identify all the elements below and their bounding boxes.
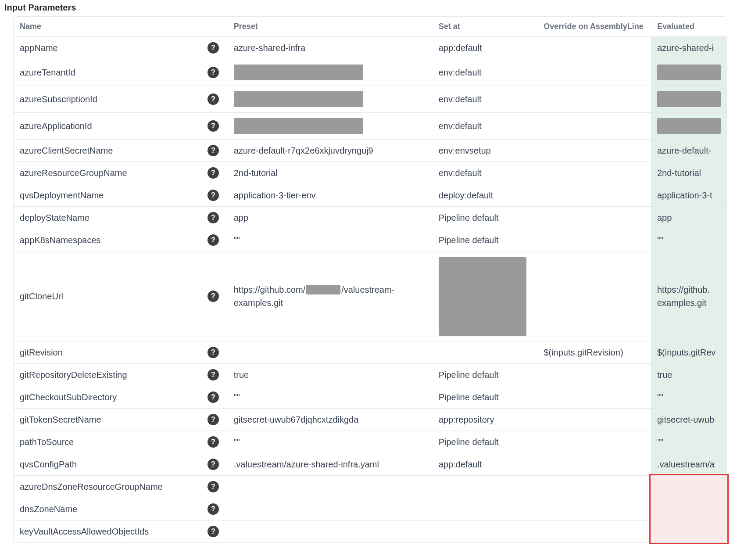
param-name: gitCloneUrl [14,251,201,341]
param-evaluated: azure-default- [651,140,727,162]
col-name: Name [14,17,228,37]
param-setat: Pipeline default [433,207,538,229]
param-preset [228,341,433,364]
param-name: qvsConfigPath [14,453,201,476]
param-setat: deploy:default [433,184,538,207]
param-setat: env:envsetup [433,140,538,162]
param-setat [433,476,538,498]
table-row: azureDnsZoneResourceGroupName? [14,476,727,498]
param-help-cell: ? [201,162,228,184]
redacted-inline [306,285,340,294]
param-evaluated [651,59,727,86]
help-icon[interactable]: ? [208,436,219,448]
param-help-cell: ? [201,386,228,409]
table-row: qvsConfigPath?.valuestream/azure-shared-… [14,453,727,476]
param-preset [228,59,433,86]
param-name: appK8sNamespaces [14,229,201,251]
param-name: dnsZoneName [14,498,201,521]
param-setat [433,341,538,364]
parameters-table-wrapper: Name Preset Set at Override on AssemblyL… [13,16,727,543]
param-setat: env:default [433,59,538,86]
table-row: azureClientSecretName?azure-default-r7qx… [14,140,727,162]
page: Input Parameters Name Preset Set at Over… [0,0,737,552]
help-icon[interactable]: ? [208,145,219,156]
param-name: appName [14,37,201,59]
help-icon[interactable]: ? [208,526,219,537]
param-preset [228,521,433,543]
param-setat: app:repository [433,409,538,431]
help-icon[interactable]: ? [208,93,219,105]
param-preset: "" [228,229,433,251]
param-override [537,113,651,140]
param-preset: true [228,364,433,386]
param-preset [228,498,433,521]
param-override: $(inputs.gitRevision) [537,341,651,364]
param-evaluated: "" [651,386,727,409]
help-icon[interactable]: ? [208,291,219,302]
help-icon[interactable]: ? [208,167,219,179]
param-evaluated: azure-shared-i [651,37,727,59]
param-help-cell: ? [201,431,228,453]
param-override [537,521,651,543]
param-preset: azure-default-r7qx2e6xkjuvdrynguj9 [228,140,433,162]
param-evaluated [651,476,727,498]
param-setat [433,251,538,341]
table-row: appK8sNamespaces?""Pipeline default"" [14,229,727,251]
help-icon[interactable]: ? [208,414,219,425]
table-row: azureSubscriptionId?env:default [14,86,727,113]
help-icon[interactable]: ? [208,190,219,201]
param-override [537,59,651,86]
param-name: pathToSource [14,431,201,453]
param-evaluated: "" [651,229,727,251]
param-evaluated [651,521,727,543]
param-setat [433,521,538,543]
param-name: gitCheckoutSubDirectory [14,386,201,409]
param-setat: Pipeline default [433,364,538,386]
param-name: gitTokenSecretName [14,409,201,431]
param-help-cell: ? [201,521,228,543]
help-icon[interactable]: ? [208,481,219,492]
param-setat [433,498,538,521]
help-icon[interactable]: ? [208,212,219,223]
param-override [537,409,651,431]
param-name: azureTenantId [14,59,201,86]
table-row: gitRevision?$(inputs.gitRevision)$(input… [14,341,727,364]
param-override [537,184,651,207]
param-name: azureClientSecretName [14,140,201,162]
help-icon[interactable]: ? [208,459,219,470]
table-row: gitCloneUrl?https://github.com//valuestr… [14,251,727,341]
param-setat: app:default [433,453,538,476]
help-icon[interactable]: ? [208,391,219,403]
param-name: azureSubscriptionId [14,86,201,113]
param-override [537,86,651,113]
param-evaluated [651,498,727,521]
table-row: appName?azure-shared-infraapp:defaultazu… [14,37,727,59]
param-preset: 2nd-tutorial [228,162,433,184]
param-preset: app [228,207,433,229]
help-icon[interactable]: ? [208,347,219,358]
parameters-table: Name Preset Set at Override on AssemblyL… [14,17,727,542]
param-preset: gitsecret-uwub67djqhcxtzdikgda [228,409,433,431]
param-evaluated: https://github.examples.git [651,251,727,341]
help-icon[interactable]: ? [208,503,219,515]
param-override [537,37,651,59]
table-row: gitRepositoryDeleteExisting?truePipeline… [14,364,727,386]
help-icon[interactable]: ? [208,369,219,381]
help-icon[interactable]: ? [208,42,219,54]
param-preset-value: https://github.com//valuestream-examples… [234,283,426,309]
param-evaluated: application-3-t [651,184,727,207]
redacted-block [234,65,363,80]
col-setat: Set at [433,17,538,37]
param-help-cell: ? [201,251,228,341]
param-override [537,207,651,229]
table-row: gitTokenSecretName?gitsecret-uwub67djqhc… [14,409,727,431]
table-row: dnsZoneName? [14,498,727,521]
help-icon[interactable]: ? [208,120,219,132]
param-name: gitRepositoryDeleteExisting [14,364,201,386]
redacted-block [657,65,721,80]
param-preset: azure-shared-infra [228,37,433,59]
param-name: qvsDeploymentName [14,184,201,207]
param-override [537,498,651,521]
help-icon[interactable]: ? [208,234,219,246]
help-icon[interactable]: ? [208,67,219,78]
